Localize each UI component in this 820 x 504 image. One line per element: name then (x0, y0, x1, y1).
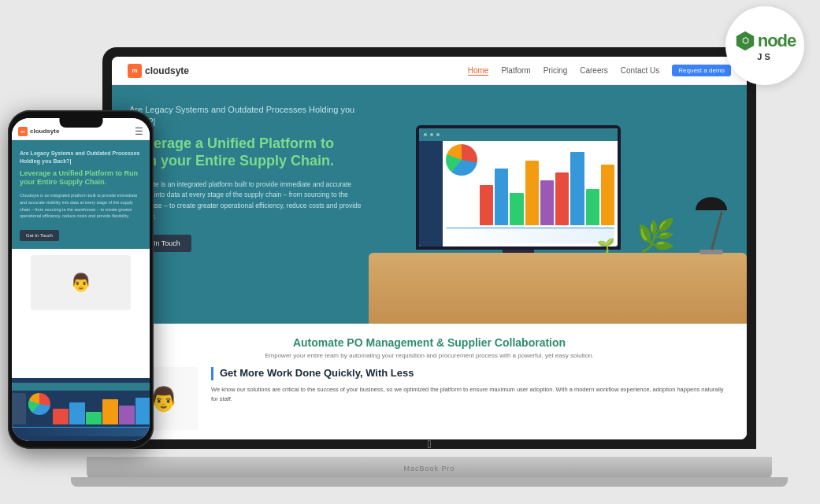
plant-big: 🌿 (636, 217, 676, 254)
laptop-screen: m cloudsyte Home Platform Pricing Career… (112, 57, 747, 439)
monitor-chart-area (446, 144, 614, 225)
monitor (416, 125, 621, 264)
section2-body: 👨 Get More Work Done Quickly, With Less … (128, 367, 731, 430)
phone-logo-text: cloudsyte (30, 128, 59, 135)
phone-hero-description: Cloudsyte is an integrated platform buil… (20, 192, 142, 220)
lamp-stem (711, 211, 723, 250)
phone-section2: 👨 (12, 249, 150, 378)
section2-content-text: We know our solutions are critical to th… (211, 385, 731, 404)
laptop-frame: m cloudsyte Home Platform Pricing Career… (102, 47, 756, 480)
desk-lamp (692, 188, 731, 254)
monitor-screen-content (419, 141, 618, 246)
nodejs-badge: ⬡ node JS (725, 6, 804, 85)
desk-scene: 🌿 🌱 (369, 85, 747, 324)
nodejs-text: node (758, 31, 796, 51)
phone-bar-1 (53, 409, 69, 424)
phone-nav-logo: m cloudsyte (18, 127, 59, 136)
monitor-dot-2 (430, 133, 433, 136)
phone-logo-icon: m (18, 127, 28, 136)
bar-8 (586, 189, 599, 225)
phone-bar-5 (119, 406, 135, 424)
nav-logo-icon: m (128, 64, 142, 78)
laptop-bezel: m cloudsyte Home Platform Pricing Career… (102, 47, 756, 449)
phone-dash-pie (28, 393, 50, 415)
hero-description: Cloudsyte is an integrated platform buil… (129, 180, 362, 222)
bar-9 (601, 165, 614, 225)
monitor-screen-wrap (416, 125, 621, 250)
section2-title: Automate PO Management & Supplier Collab… (128, 336, 731, 349)
monitor-bar-chart (480, 144, 614, 225)
bar-6 (555, 172, 569, 225)
svg-text:⬡: ⬡ (741, 36, 748, 45)
phone-hero-title: Leverage a Unified Platform to Run your … (20, 169, 142, 187)
hero-subtitle: Are Legacy Systems and Outdated Processe… (129, 104, 362, 128)
lamp-head (696, 188, 727, 210)
apple-logo:  (427, 438, 431, 450)
nav-link-platform[interactable]: Platform (501, 66, 530, 75)
nav-links: Home Platform Pricing Careers Contact Us… (468, 65, 731, 76)
phone-screen: m cloudsyte ☰ Are Legacy Systems and Out… (12, 118, 150, 441)
phone-line-chart (12, 427, 150, 436)
hero-right-visual: 🌿 🌱 (380, 85, 747, 324)
website-content: m cloudsyte Home Platform Pricing Career… (112, 57, 747, 439)
lamp-base (699, 250, 723, 254)
website-nav: m cloudsyte Home Platform Pricing Career… (112, 57, 747, 85)
phone-hero-cta[interactable]: Get In Touch (20, 230, 59, 241)
monitor-dot-3 (436, 133, 440, 136)
phone-dash-bars (53, 393, 150, 424)
monitor-pie-chart (446, 144, 477, 176)
phone-dash-sidebar (12, 393, 26, 424)
monitor-sidebar (419, 141, 443, 246)
phone-frame: m cloudsyte ☰ Are Legacy Systems and Out… (8, 110, 154, 449)
phone-dashboard-preview (12, 378, 150, 441)
monitor-dot-1 (424, 133, 427, 136)
phone-dash-main (28, 393, 150, 424)
nav-link-careers[interactable]: Careers (580, 66, 608, 75)
phone-bar-4 (102, 399, 118, 424)
monitor-line-chart (446, 228, 614, 243)
phone-bar-6 (135, 398, 150, 424)
nav-link-home[interactable]: Home (468, 66, 489, 76)
section2-content-title: Get More Work Done Quickly, With Less (211, 367, 731, 380)
bar-1 (480, 185, 493, 226)
plant-small: 🌱 (597, 237, 614, 254)
nodejs-logo-icon: ⬡ (734, 30, 756, 52)
section2: Automate PO Management & Supplier Collab… (112, 324, 747, 439)
bar-7 (570, 152, 584, 225)
bar-3 (510, 193, 523, 225)
section2-content: Get More Work Done Quickly, With Less We… (211, 367, 731, 404)
phone-hero: Are Legacy Systems and Outdated Processe… (12, 140, 150, 249)
hero-title: Leverage a Unified Platform to Run your … (129, 135, 362, 170)
laptop-base-bottom (71, 477, 788, 487)
nav-cta-button[interactable]: Request a demo (672, 65, 731, 76)
phone-notch (59, 118, 102, 128)
nodejs-subtext: JS (757, 52, 772, 61)
phone-dash-header (12, 383, 150, 391)
nav-logo: m cloudsyte (128, 64, 189, 78)
phone-hero-subtitle: Are Legacy Systems and Outdated Processe… (20, 150, 142, 165)
phone-person-image: 👨 (31, 255, 131, 310)
monitor-main (443, 141, 618, 246)
bar-5 (540, 180, 554, 225)
bar-4 (525, 161, 539, 225)
nav-link-contact[interactable]: Contact Us (621, 66, 659, 75)
phone-dash-content (12, 393, 150, 424)
nav-link-pricing[interactable]: Pricing (544, 66, 568, 75)
bar-2 (495, 169, 508, 225)
hero-section: Are Legacy Systems and Outdated Processe… (112, 85, 747, 324)
phone-bar-2 (69, 402, 85, 424)
monitor-screen (419, 128, 618, 246)
nav-logo-text: cloudsyte (145, 65, 189, 76)
phone-bar-3 (86, 412, 102, 424)
phone-nav-menu-icon[interactable]: ☰ (135, 126, 143, 137)
desk-table (369, 253, 747, 324)
monitor-screen-header (419, 128, 618, 141)
phone-bezel: m cloudsyte ☰ Are Legacy Systems and Out… (8, 110, 154, 449)
section2-subtitle: Empower your entire team by automating y… (128, 352, 731, 359)
